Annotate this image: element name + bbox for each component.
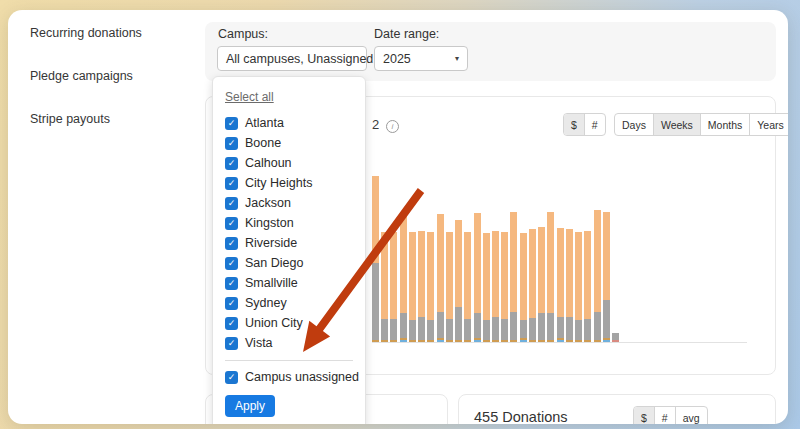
checkbox-label: Campus unassigned — [245, 370, 359, 384]
checkbox-item-san-diego[interactable]: ✓San Diego — [225, 253, 353, 273]
checkbox-item-boone[interactable]: ✓Boone — [225, 133, 353, 153]
chart-bar — [372, 176, 379, 342]
checkbox-label: Jackson — [245, 196, 291, 210]
checkbox-label: Boone — [245, 136, 281, 150]
sidebar-item-pledge-campaigns[interactable]: Pledge campaigns — [30, 69, 133, 83]
toggle-option-days[interactable]: Days — [615, 114, 653, 135]
bar-segment-red — [612, 340, 619, 342]
checkbox-item-kingston[interactable]: ✓Kingston — [225, 213, 353, 233]
bar-segment-tan — [390, 340, 397, 342]
bar-segment-blue — [474, 340, 481, 342]
sidebar-item-stripe-payouts[interactable]: Stripe payouts — [30, 112, 110, 126]
checkbox-item-city-heights[interactable]: ✓City Heights — [225, 173, 353, 193]
chart-bar — [584, 231, 591, 342]
bar-segment-gray — [474, 313, 481, 338]
chevron-down-icon: ▾ — [455, 54, 459, 63]
chart-bar — [575, 232, 582, 342]
bar-segment-orange — [584, 231, 591, 319]
toggle-option-$[interactable]: $ — [564, 114, 584, 135]
toggle-option-#[interactable]: # — [654, 407, 675, 424]
checkbox-item-jackson[interactable]: ✓Jackson — [225, 193, 353, 213]
select-all-link[interactable]: Select all — [225, 90, 274, 104]
bar-segment-tan — [492, 340, 499, 342]
checkbox-item-smallville[interactable]: ✓Smallville — [225, 273, 353, 293]
checkbox-item-sydney[interactable]: ✓Sydney — [225, 293, 353, 313]
chart-bar — [603, 212, 610, 342]
chart-bar — [492, 231, 499, 342]
bar-segment-orange — [547, 212, 554, 313]
bar-segment-gray — [510, 312, 517, 340]
bar-segment-gray — [381, 319, 388, 340]
checkbox-item-vista[interactable]: ✓Vista — [225, 333, 353, 353]
bar-segment-orange — [483, 233, 490, 320]
bar-segment-orange — [464, 232, 471, 319]
checkbox-checked-icon[interactable]: ✓ — [225, 137, 238, 150]
dropdown-divider — [225, 360, 353, 361]
campus-select[interactable]: All campuses, Unassigned ▾ — [217, 46, 367, 71]
bar-segment-gray — [584, 319, 591, 340]
checkbox-label: Riverside — [245, 236, 297, 250]
bar-segment-orange — [381, 232, 388, 319]
checkbox-checked-icon[interactable]: ✓ — [225, 197, 238, 210]
checkbox-checked-icon[interactable]: ✓ — [225, 317, 238, 330]
checkbox-label: Kingston — [245, 216, 294, 230]
bar-segment-gray — [603, 300, 610, 338]
bar-segment-gray — [455, 307, 462, 340]
checkbox-checked-icon[interactable]: ✓ — [225, 277, 238, 290]
chart-bar — [538, 227, 545, 342]
checkbox-checked-icon[interactable]: ✓ — [225, 177, 238, 190]
checkbox-item-campus-unassigned[interactable]: ✓ Campus unassigned — [225, 367, 353, 387]
bar-segment-orange — [520, 233, 527, 320]
bar-segment-orange — [400, 213, 407, 313]
bar-segment-orange — [566, 229, 573, 317]
bar-segment-orange — [409, 232, 416, 320]
bar-segment-gray — [418, 317, 425, 340]
chart-bar — [455, 220, 462, 342]
date-range-select[interactable]: 2025 ▾ — [374, 46, 468, 71]
bar-segment-gray — [427, 320, 434, 340]
bar-segment-tan — [409, 340, 416, 342]
checkbox-checked-icon[interactable]: ✓ — [225, 337, 238, 350]
checkbox-checked-icon[interactable]: ✓ — [225, 237, 238, 250]
bar-segment-gray — [400, 313, 407, 338]
toggle-option-$[interactable]: $ — [634, 407, 654, 424]
checkbox-checked-icon[interactable]: ✓ — [225, 297, 238, 310]
checkbox-checked-icon[interactable]: ✓ — [225, 157, 238, 170]
checkbox-checked-icon[interactable]: ✓ — [225, 371, 238, 384]
chart-bar — [520, 233, 527, 342]
chart-bar — [381, 232, 388, 342]
chart-bar — [566, 229, 573, 342]
chart-bar — [427, 232, 434, 342]
toggle-option-#[interactable]: # — [584, 114, 605, 135]
filter-panel: Campus: All campuses, Unassigned ▾ Date … — [205, 22, 776, 81]
bar-segment-tan — [584, 340, 591, 342]
bar-segment-tan — [483, 340, 490, 342]
toggle-option-months[interactable]: Months — [700, 114, 749, 135]
bar-segment-orange — [510, 212, 517, 312]
checkbox-item-atlanta[interactable]: ✓Atlanta — [225, 113, 353, 133]
toggle-option-years[interactable]: Years — [749, 114, 788, 135]
campus-filter-label: Campus: — [218, 27, 268, 41]
sidebar-item-recurring-donations[interactable]: Recurring donations — [30, 26, 142, 40]
bar-segment-gray — [501, 319, 508, 340]
chart-bar — [390, 232, 397, 342]
bar-segment-gray — [566, 317, 573, 340]
donations-card-title: 455 Donations — [474, 409, 568, 424]
toggle-option-weeks[interactable]: Weeks — [653, 114, 700, 135]
chart-bar — [612, 333, 619, 342]
toggle-option-avg[interactable]: avg — [675, 407, 707, 424]
bar-segment-gray — [483, 320, 490, 340]
checkbox-checked-icon[interactable]: ✓ — [225, 117, 238, 130]
bar-segment-gray — [529, 318, 536, 340]
checkbox-checked-icon[interactable]: ✓ — [225, 257, 238, 270]
checkbox-item-union-city[interactable]: ✓Union City — [225, 313, 353, 333]
checkbox-item-riverside[interactable]: ✓Riverside — [225, 233, 353, 253]
checkbox-item-calhoun[interactable]: ✓Calhoun — [225, 153, 353, 173]
checkbox-checked-icon[interactable]: ✓ — [225, 217, 238, 230]
bar-segment-tan — [575, 340, 582, 342]
apply-button[interactable]: Apply — [225, 395, 275, 417]
app-window: Recurring donations Pledge campaigns Str… — [8, 10, 788, 424]
info-icon[interactable]: i — [386, 120, 399, 133]
bar-segment-tan — [427, 340, 434, 342]
bar-segment-gray — [464, 319, 471, 340]
